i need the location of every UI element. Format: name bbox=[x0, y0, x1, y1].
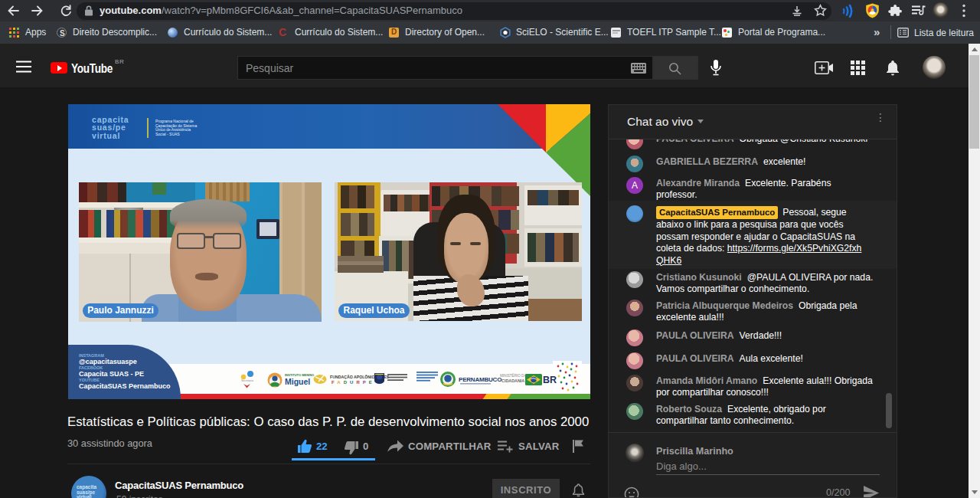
svg-text:CIDADANIA: CIDADANIA bbox=[501, 378, 524, 383]
svg-text:Secretaria: Secretaria bbox=[241, 379, 253, 382]
svg-text:MINISTÉRIO DA: MINISTÉRIO DA bbox=[500, 373, 527, 378]
svg-text:Miguel: Miguel bbox=[285, 377, 310, 386]
svg-text:BR: BR bbox=[543, 375, 557, 385]
svg-text:FADURPE: FADURPE bbox=[332, 380, 375, 385]
svg-text:PERNAMBUCO: PERNAMBUCO bbox=[459, 376, 501, 383]
